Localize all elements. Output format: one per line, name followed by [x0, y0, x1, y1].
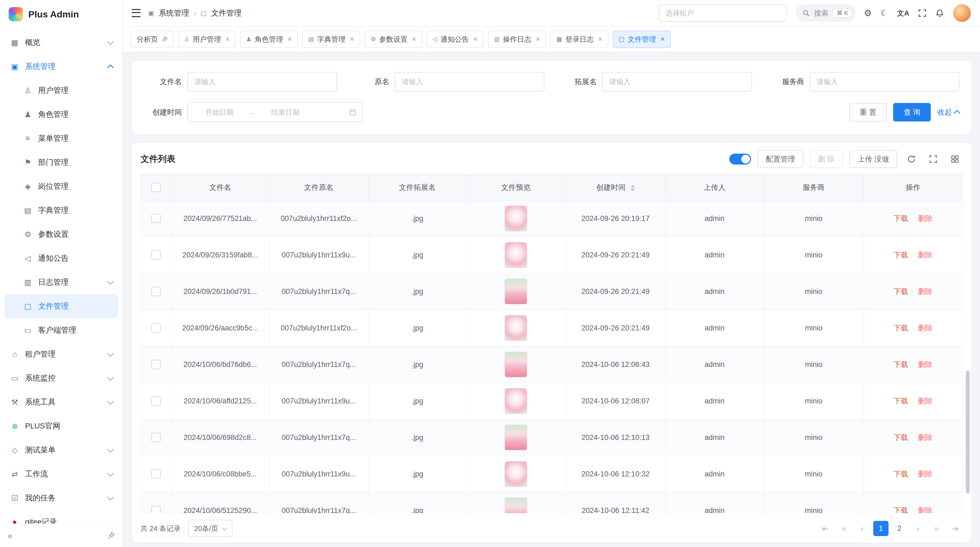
row-checkbox[interactable] [151, 469, 161, 478]
reset-button[interactable]: 重 置 [850, 103, 887, 121]
sidebar-item[interactable]: ▥ 日志管理 [4, 270, 118, 294]
column-header[interactable]: 服务商 [764, 175, 864, 200]
tab-close-icon[interactable]: × [598, 35, 603, 43]
download-link[interactable]: 下载 [893, 506, 908, 513]
preview-thumbnail[interactable] [504, 206, 527, 231]
preview-thumbnail[interactable] [504, 498, 527, 513]
download-link[interactable]: 下载 [893, 251, 908, 259]
delete-link[interactable]: 删除 [918, 360, 932, 368]
download-link[interactable]: 下载 [893, 397, 908, 405]
tab[interactable]: ♙ 用户管理 × [178, 30, 236, 48]
tab[interactable]: 分析页 [130, 30, 174, 48]
delete-link[interactable]: 删除 [918, 506, 932, 513]
sidebar-item[interactable]: ⚙ 参数设置 [4, 222, 118, 246]
column-header[interactable]: 创建时间 [565, 175, 666, 200]
settings-gear-icon[interactable]: ⚙ [864, 9, 872, 18]
tab[interactable]: ⚙ 参数设置 × [364, 30, 422, 48]
preview-thumbnail[interactable] [504, 388, 527, 414]
user-avatar[interactable] [953, 4, 971, 22]
collapse-filters-link[interactable]: 收起 [937, 107, 959, 117]
download-link[interactable]: 下载 [893, 324, 908, 332]
tab-close-icon[interactable]: × [288, 35, 292, 43]
sidebar-item[interactable]: ▣ 系统管理 [4, 54, 118, 78]
breadcrumb-item-system[interactable]: 系统管理 [159, 8, 189, 18]
delete-link[interactable]: 删除 [918, 287, 932, 295]
row-checkbox[interactable] [151, 433, 161, 442]
row-checkbox[interactable] [151, 250, 161, 260]
column-header[interactable]: 文件原名 [269, 175, 368, 200]
sidebar-item[interactable]: ≡ 菜单管理 [4, 126, 118, 150]
tab[interactable]: ▥ 操作日志 × [488, 30, 546, 48]
row-checkbox[interactable] [151, 214, 161, 223]
tab[interactable]: ◁ 通知公告 × [426, 30, 484, 48]
start-date-input[interactable] [193, 108, 245, 117]
prev-group-button[interactable]: « [836, 521, 851, 536]
delete-button[interactable]: 删 除 [810, 150, 843, 168]
sidebar-item[interactable]: ◈ 岗位管理 [4, 174, 118, 198]
page-number-button[interactable]: 2 [892, 521, 907, 536]
filter-field-input[interactable] [187, 72, 337, 91]
sidebar-item[interactable]: ◁ 通知公告 [4, 246, 118, 270]
filter-field-input[interactable] [395, 72, 544, 91]
tab[interactable]: ▢ 文件管理 × [613, 30, 671, 48]
tab-close-icon[interactable]: × [412, 35, 416, 43]
preview-thumbnail[interactable] [504, 242, 527, 268]
page-size-select[interactable]: 20条/页 [188, 520, 232, 537]
sidebar-item[interactable]: ⇄ 工作流 [4, 462, 118, 486]
tab[interactable]: ♟ 角色管理 × [240, 30, 298, 48]
download-link[interactable]: 下载 [893, 214, 908, 223]
next-group-button[interactable]: » [929, 521, 944, 536]
delete-link[interactable]: 删除 [918, 214, 932, 223]
sidebar-item[interactable]: ⚑ 部门管理 [4, 150, 118, 174]
filter-field-input[interactable] [810, 72, 959, 91]
tab-close-icon[interactable]: × [660, 35, 665, 43]
first-page-button[interactable]: ⇤ [818, 521, 833, 536]
sidebar-item[interactable]: ▢ 文件管理 [4, 294, 118, 318]
translate-icon[interactable]: 文A [897, 10, 909, 17]
preview-thumbnail[interactable] [504, 315, 527, 341]
tab-close-icon[interactable]: × [225, 35, 230, 43]
row-checkbox[interactable] [151, 506, 161, 513]
preview-thumbnail[interactable] [504, 351, 527, 378]
tab-pin-icon[interactable] [161, 36, 168, 43]
sidebar-item[interactable]: ▭ 系统监控 [4, 366, 118, 390]
column-header[interactable]: 上传人 [666, 175, 764, 200]
row-checkbox[interactable] [151, 396, 161, 406]
next-page-button[interactable]: › [910, 521, 926, 536]
row-checkbox[interactable] [151, 287, 161, 296]
tenant-select-input[interactable] [659, 4, 787, 22]
sidebar-item[interactable]: ⚒ 系统工具 [4, 390, 118, 414]
upload-button[interactable]: 上传 没做 [850, 150, 897, 168]
preview-thumbnail[interactable] [504, 278, 527, 305]
delete-link[interactable]: 删除 [918, 397, 932, 405]
row-checkbox[interactable] [151, 323, 161, 333]
hamburger-menu-icon[interactable] [132, 9, 140, 17]
column-header[interactable]: 文件预览 [466, 175, 565, 200]
refresh-icon[interactable] [904, 152, 919, 167]
sidebar-item[interactable]: ♟ 角色管理 [4, 102, 118, 126]
tab-close-icon[interactable]: × [350, 35, 354, 43]
sidebar-item[interactable]: ◇ 测试菜单 [4, 438, 118, 462]
tab[interactable]: ▩ 登录日志 × [550, 30, 608, 48]
tab-close-icon[interactable]: × [536, 35, 540, 43]
prev-page-button[interactable]: ‹ [855, 521, 870, 536]
preview-thumbnail[interactable] [504, 424, 527, 451]
delete-link[interactable]: 删除 [918, 434, 932, 442]
sidebar-item[interactable]: ▭ 客户端管理 [4, 318, 118, 342]
fullscreen-icon[interactable] [918, 9, 927, 18]
date-range-picker[interactable]: → [187, 102, 363, 122]
collapse-sidebar-icon[interactable]: « [8, 531, 13, 540]
sidebar-item[interactable]: ⌂ 租户管理 [4, 342, 118, 366]
delete-link[interactable]: 删除 [918, 470, 932, 478]
column-header[interactable]: 文件拓展名 [368, 175, 466, 200]
column-header[interactable]: 文件名 [171, 175, 269, 200]
config-manage-button[interactable]: 配置管理 [757, 150, 803, 168]
sidebar-item[interactable]: ● gitee记录 [4, 510, 118, 523]
end-date-input[interactable] [259, 108, 312, 117]
search-toggle-switch[interactable] [729, 154, 751, 164]
sort-icon[interactable] [630, 185, 635, 191]
global-search[interactable]: 搜索 ⌘ K [796, 4, 855, 22]
download-link[interactable]: 下载 [893, 470, 908, 478]
delete-link[interactable]: 删除 [918, 324, 932, 332]
sidebar-item[interactable]: ☑ 我的任务 [4, 486, 118, 510]
